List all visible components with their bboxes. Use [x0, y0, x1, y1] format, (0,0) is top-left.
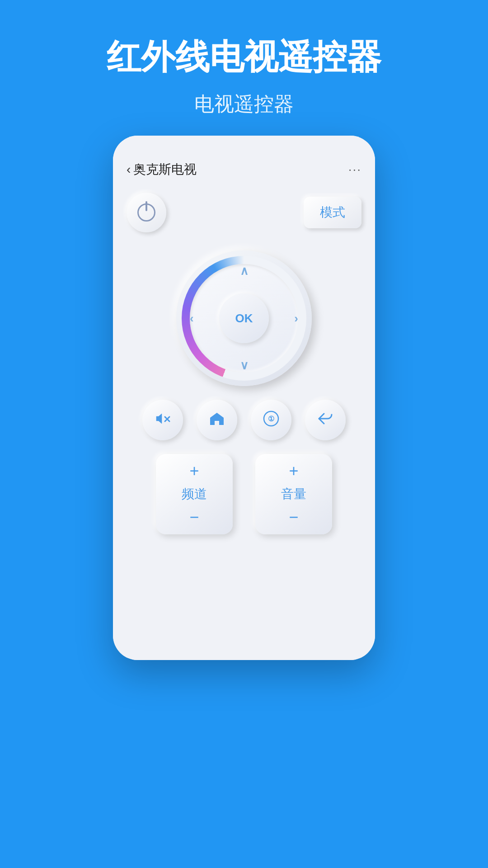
back-button[interactable]: ‹ 奥克斯电视	[127, 161, 197, 178]
main-title: 红外线电视遥控器	[107, 36, 381, 77]
home-button[interactable]	[197, 400, 237, 440]
channel-volume-row: + 频道 − + 音量 −	[127, 454, 361, 534]
dpad-up-button[interactable]: ∧	[240, 264, 249, 278]
status-bar	[113, 136, 375, 156]
power-icon	[137, 203, 155, 222]
mode-button[interactable]: 模式	[304, 197, 361, 228]
volume-label: 音量	[281, 482, 306, 506]
dpad-left-button[interactable]: ‹	[190, 311, 194, 326]
top-controls: 模式	[127, 193, 361, 232]
dpad-right-button[interactable]: ›	[294, 311, 298, 326]
volume-button[interactable]: + 音量 −	[255, 454, 332, 534]
action-buttons: ①	[142, 400, 346, 440]
phone-header: ‹ 奥克斯电视 ···	[113, 156, 375, 184]
menu-dots-button[interactable]: ···	[348, 162, 361, 177]
svg-text:①: ①	[268, 415, 274, 423]
mute-button[interactable]	[142, 400, 183, 440]
channel-minus: −	[189, 509, 199, 525]
source-button[interactable]: ①	[251, 400, 291, 440]
channel-label: 频道	[182, 482, 207, 506]
phone-title: 奥克斯电视	[133, 161, 197, 178]
channel-plus: +	[189, 463, 199, 479]
source-icon: ①	[263, 410, 279, 430]
volume-minus: −	[289, 509, 298, 525]
phone-mockup: ‹ 奥克斯电视 ··· 模式 ∧ ∨ ‹ › OK	[113, 136, 375, 660]
sub-title: 电视遥控器	[194, 91, 294, 118]
mute-icon	[155, 412, 171, 429]
back-chevron-icon: ‹	[127, 162, 131, 177]
header-area: 红外线电视遥控器 电视遥控器	[0, 0, 488, 136]
back-arrow-icon	[318, 412, 333, 428]
volume-plus: +	[289, 463, 298, 479]
power-button[interactable]	[127, 193, 166, 232]
channel-button[interactable]: + 频道 −	[156, 454, 233, 534]
ok-button[interactable]: OK	[219, 293, 269, 343]
phone-content: 模式 ∧ ∨ ‹ › OK	[113, 184, 375, 660]
dpad-down-button[interactable]: ∨	[240, 359, 249, 373]
back-action-button[interactable]	[305, 400, 346, 440]
home-icon	[209, 411, 225, 429]
dpad-container: ∧ ∨ ‹ › OK	[176, 250, 312, 386]
